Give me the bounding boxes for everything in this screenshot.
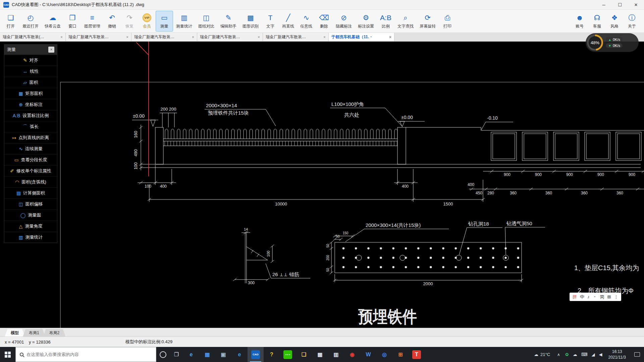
minimize-button[interactable]: ─ — [596, 0, 612, 9]
about-button[interactable]: ⓘ 关于 — [623, 11, 641, 32]
find-text-button[interactable]: ⌕ 文字查找 — [394, 11, 417, 32]
keyboard-icon[interactable]: ⌨ — [579, 352, 590, 357]
network-speed-widget[interactable]: 48% ▲ 0K/s ▼ 0K/s — [586, 33, 639, 52]
layout-tab-model[interactable]: 模型 — [5, 329, 25, 337]
volume-icon[interactable]: ◀ — [597, 352, 604, 357]
rotate-screen-button[interactable]: ⟳ 屏幕旋转 — [417, 11, 439, 32]
ime-item[interactable]: 拼 — [573, 294, 577, 300]
open-button[interactable]: ❏ 打开 — [2, 11, 19, 32]
taskbar-app-wps[interactable]: W — [360, 347, 376, 362]
window-button[interactable]: ❐ 窗口 — [64, 11, 81, 32]
vip-member-button[interactable]: VIP 会员 — [138, 11, 156, 32]
layout-tab-2[interactable]: 布局2 — [43, 329, 66, 337]
cloud-drive-button[interactable]: ☁ 快看云盘 — [42, 11, 64, 32]
action-center-button[interactable] — [630, 347, 644, 362]
taskbar-app-display[interactable]: ▣ — [215, 347, 231, 362]
measure-coordinate[interactable]: ⊕ 坐标标注 — [4, 99, 57, 110]
measure-panel-close-icon[interactable]: × — [48, 47, 54, 53]
taskbar-app-cad-viewer[interactable]: CAD — [248, 347, 264, 362]
ime-item[interactable]: 简 — [600, 294, 604, 300]
search-input[interactable] — [26, 352, 152, 357]
measure-arc-length[interactable]: ⌒ 弧长 — [4, 121, 57, 132]
weather-widget[interactable]: ☁ 21°C — [530, 352, 554, 357]
ime-item[interactable]: ・ — [593, 294, 597, 300]
layout-tab-1[interactable]: 布局1 — [23, 329, 45, 337]
measure-edit-annotation[interactable]: ✐ 修改单个标注属性 — [4, 165, 57, 176]
measure-button[interactable]: ▭ 测量 — [156, 11, 173, 32]
cortana-button[interactable] — [156, 347, 170, 362]
measure-linear[interactable]: ↔ 线性 — [4, 66, 57, 77]
draw-line-button[interactable]: ╱ 画直线 — [279, 11, 297, 32]
start-button[interactable] — [0, 347, 15, 362]
annotation-settings-button[interactable]: ⚙ 标注设置 — [355, 11, 377, 32]
measure-side-area[interactable]: ▤ 计算侧面积 — [4, 187, 57, 198]
shape-recognition-button[interactable]: ▩ 图形识别 — [239, 11, 262, 32]
antivirus-icon[interactable]: ✿ — [563, 352, 571, 357]
task-view-button[interactable]: ❐ — [170, 347, 183, 362]
tray-expand-chevron-icon[interactable]: ∧ — [554, 352, 563, 357]
text-button[interactable]: T 文字 — [262, 11, 279, 32]
taskbar-app-office[interactable]: ⊞ — [392, 347, 409, 362]
tab-ruijin-3[interactable]: 瑞金厂新建汽车散装… × — [131, 33, 197, 41]
tab-close-icon[interactable]: × — [323, 35, 326, 40]
redo-button[interactable]: ↷ 恢复 — [121, 11, 138, 32]
edit-assistant-button[interactable]: ✎ 编辑助手 — [217, 11, 239, 32]
measure-circle[interactable]: ◯ 测量圆 — [4, 209, 57, 221]
tab-ruijin-4[interactable]: 瑞金厂新建汽车散装… × — [197, 33, 263, 41]
hide-annotation-button[interactable]: ⊘ 隐藏标注 — [333, 11, 355, 32]
tab-close-icon[interactable]: × — [60, 35, 63, 40]
maximize-button[interactable]: ☐ — [612, 0, 628, 9]
layer-manager-button[interactable]: ≡ 图层管理 — [81, 11, 103, 32]
undo-button[interactable]: ↶ 撤销 — [103, 11, 121, 32]
taskbar-app-help[interactable]: ? — [264, 347, 280, 362]
style-button[interactable]: ❖ 风格 — [606, 11, 623, 32]
taskbar-app-docs[interactable]: T — [409, 347, 425, 362]
taskbar-app-browser[interactable]: e — [231, 347, 248, 362]
tab-close-icon[interactable]: × — [258, 35, 260, 40]
network-icon[interactable]: ◢ — [590, 352, 597, 357]
support-button[interactable]: ☊ 客服 — [588, 11, 606, 32]
account-button[interactable]: ☻ 账号 — [571, 11, 588, 32]
cloud-icon[interactable]: ☁ — [571, 352, 579, 357]
tab-close-icon[interactable]: × — [389, 35, 391, 40]
taskbar-search[interactable] — [15, 347, 156, 362]
tab-close-icon[interactable]: × — [126, 35, 128, 40]
measure-stats-button[interactable]: ▥ 测量统计 — [173, 11, 195, 32]
drawing-viewport[interactable]: ±0.00 200 200 2000×300×14 预埋铁件共计15块 L100… — [0, 42, 644, 328]
close-button[interactable]: ✕ — [628, 0, 644, 9]
ime-item[interactable]: 中 — [580, 294, 584, 300]
taskbar-app-folder[interactable]: ❏ — [296, 347, 312, 362]
print-button[interactable]: ⎙ 打印 — [439, 11, 456, 32]
measure-area-offset[interactable]: ◫ 面积偏移 — [4, 198, 57, 209]
tab-ruijin-2[interactable]: 瑞金厂新建汽车散装… × — [66, 33, 131, 41]
delete-button[interactable]: ⌫ 删除 — [315, 11, 333, 32]
tab-close-icon[interactable]: × — [192, 35, 194, 40]
measure-panel-header[interactable]: 测量 × — [4, 45, 57, 55]
measure-area-arc[interactable]: ◠ 面积(含弧线) — [4, 176, 57, 187]
tab-yudu-active[interactable]: 于都洗车机基础（11.・ × — [329, 33, 394, 41]
measure-angle[interactable]: △ 测量角度 — [4, 221, 57, 232]
taskbar-clock[interactable]: 16:13 2021/11/3 — [604, 349, 630, 360]
ime-item[interactable]: ⋮ — [614, 294, 618, 299]
measure-segment-length[interactable]: ▭ 查看分段长度 — [4, 154, 57, 165]
scale-button[interactable]: A:B 比例 — [377, 11, 394, 32]
recent-open-button[interactable]: ◴ 最近打开 — [19, 11, 42, 32]
ime-item[interactable]: ⊞ — [607, 294, 611, 299]
taskbar-app-bank[interactable]: ▥ — [328, 347, 344, 362]
measure-continuous[interactable]: ∿ 连续测量 — [4, 143, 57, 154]
taskbar-app-music[interactable]: ◉ — [344, 347, 360, 362]
free-line-button[interactable]: ∿ 任意线 — [297, 11, 315, 32]
taskbar-app-wechat[interactable]: ⋯ — [280, 347, 296, 362]
measure-statistics[interactable]: ▥ 测量统计 — [4, 232, 57, 243]
drawing-compare-button[interactable]: ◫ 图纸对比 — [195, 11, 217, 32]
taskbar-app-stock[interactable]: ▦ — [312, 347, 328, 362]
taskbar-app-store[interactable]: ▦ — [199, 347, 215, 362]
measure-scale-setting[interactable]: A:B 设置标注比例 — [4, 110, 57, 121]
tab-ruijin-5[interactable]: 瑞金厂新建汽车散装… × — [263, 33, 329, 41]
ime-toolbar[interactable]: 拼中♪・简⊞⋮ — [570, 293, 621, 301]
tab-ruijin-1[interactable]: 瑞金厂新建汽车散装(… × — [0, 33, 66, 41]
measure-rect-area[interactable]: ▦ 矩形面积 — [4, 88, 57, 99]
taskbar-app-chrome[interactable]: ◎ — [376, 347, 392, 362]
measure-align[interactable]: ✎ 对齐 — [4, 55, 57, 66]
measure-point-line-distance[interactable]: ↦ 点到直线的距离 — [4, 132, 57, 143]
